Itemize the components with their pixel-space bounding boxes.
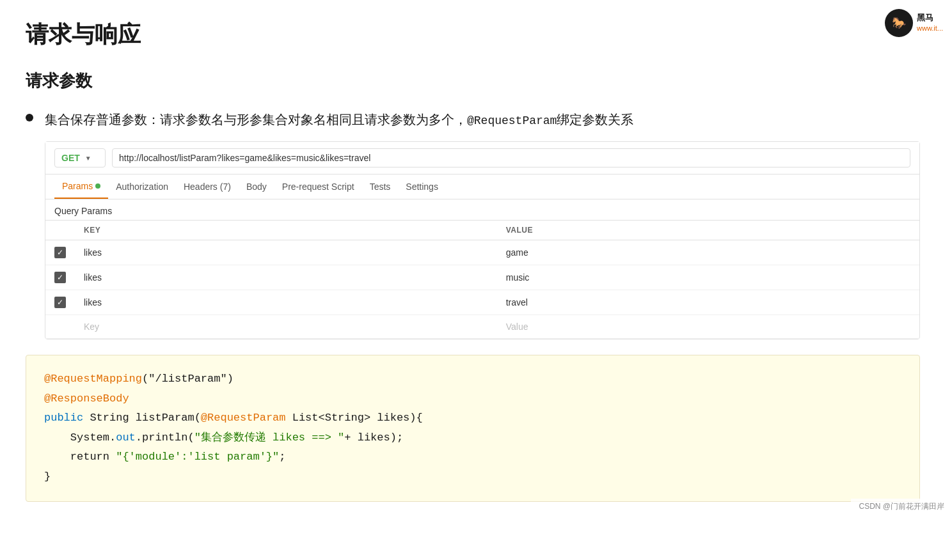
row3-check-cell: ✓: [45, 290, 75, 315]
method-selector[interactable]: GET ▼: [54, 148, 106, 167]
table-row: ✓ likes travel: [45, 290, 919, 315]
col-header-key: KEY: [75, 221, 497, 240]
row2-check-cell: ✓: [45, 265, 75, 290]
page-container: 🐎 黑马 www.it... 请求与响应 请求参数 集合保存普通参数：请求参数名…: [0, 0, 952, 515]
logo-icon: 🐎: [885, 9, 913, 37]
bullet-annotation: @RequestParam: [467, 114, 557, 127]
bullet-text-after: 绑定参数关系: [557, 113, 633, 127]
code-annotation-3: @RequestParam: [201, 412, 286, 424]
row1-key[interactable]: likes: [75, 240, 497, 265]
row2-checkbox[interactable]: ✓: [54, 272, 66, 283]
code-line-1: @RequestMapping("/listParam"): [44, 369, 901, 389]
tab-body[interactable]: Body: [239, 175, 274, 198]
checkmark-icon: ✓: [57, 299, 63, 306]
code-annotation-2: @ResponseBody: [44, 393, 129, 405]
tab-settings[interactable]: Settings: [398, 175, 446, 198]
params-table: KEY VALUE ✓ likes game: [45, 220, 919, 339]
logo-area: 🐎 黑马 www.it...: [885, 9, 943, 37]
tab-pre-request[interactable]: Pre-request Script: [274, 175, 362, 198]
url-bar: GET ▼ http://localhost/listParam?likes=g…: [45, 142, 919, 175]
code-text-4a: System.: [44, 432, 116, 444]
code-keyword-public: public: [44, 412, 83, 424]
code-line-4: System.out.println("集合参数传递 likes ==> "+ …: [44, 428, 901, 448]
checkmark-icon: ✓: [57, 249, 63, 256]
code-keyword-out: out: [116, 432, 136, 444]
postman-panel: GET ▼ http://localhost/listParam?likes=g…: [45, 141, 920, 339]
chevron-down-icon: ▼: [85, 155, 91, 162]
checkmark-icon: ✓: [57, 274, 63, 281]
bullet-dot: [26, 114, 33, 121]
row2-key[interactable]: likes: [75, 265, 497, 290]
row1-check-cell: ✓: [45, 240, 75, 265]
method-label: GET: [61, 153, 80, 163]
bullet-text-before: 集合保存普通参数：请求参数名与形参集合对象名相同且请求参数为多个，: [45, 113, 467, 127]
code-text-4c: + likes);: [344, 432, 403, 444]
svg-text:🐎: 🐎: [892, 16, 907, 30]
code-line-5: return "{'module':'list param'}";: [44, 447, 901, 467]
code-text-3b: List<String> likes){: [285, 412, 422, 424]
url-input[interactable]: http://localhost/listParam?likes=game&li…: [112, 148, 910, 167]
col-header-check: [45, 221, 75, 240]
main-title: 请求与响应: [26, 19, 926, 51]
code-line-6: }: [44, 467, 901, 487]
bullet-text: 集合保存普通参数：请求参数名与形参集合对象名相同且请求参数为多个，@Reques…: [45, 110, 633, 130]
code-annotation-1: @RequestMapping: [44, 373, 142, 385]
row2-value[interactable]: music: [497, 265, 919, 290]
tab-tests[interactable]: Tests: [362, 175, 399, 198]
table-row: ✓ likes game: [45, 240, 919, 265]
row3-value[interactable]: travel: [497, 290, 919, 315]
code-text-5b: ;: [279, 451, 285, 463]
code-text-4b: .println(: [136, 432, 194, 444]
tab-authorization-label: Authorization: [116, 182, 168, 192]
table-row: ✓ likes music: [45, 265, 919, 290]
tab-params[interactable]: Params: [54, 175, 108, 199]
placeholder-key[interactable]: Key: [75, 315, 497, 339]
col-header-value: VALUE: [497, 221, 919, 240]
code-text-6: }: [44, 471, 51, 483]
placeholder-check: [45, 315, 75, 339]
row3-checkbox[interactable]: ✓: [54, 297, 66, 308]
code-line-3: public String listParam(@RequestParam Li…: [44, 408, 901, 428]
code-block: @RequestMapping("/listParam") @ResponseB…: [26, 355, 920, 502]
row1-value[interactable]: game: [497, 240, 919, 265]
section-title: 请求参数: [26, 70, 926, 92]
tab-body-label: Body: [246, 182, 267, 192]
tab-settings-label: Settings: [406, 182, 438, 192]
row1-checkbox[interactable]: ✓: [54, 247, 66, 258]
code-text-5a: return: [44, 451, 116, 463]
logo-url: www.it...: [917, 24, 943, 33]
query-params-label: Query Params: [45, 199, 919, 220]
placeholder-value[interactable]: Value: [497, 315, 919, 339]
tabs-bar: Params Authorization Headers (7) Body Pr…: [45, 175, 919, 199]
bullet-item: 集合保存普通参数：请求参数名与形参集合对象名相同且请求参数为多个，@Reques…: [26, 110, 926, 130]
code-line-2: @ResponseBody: [44, 389, 901, 409]
tab-params-dot: [95, 183, 100, 189]
tab-pre-request-label: Pre-request Script: [282, 182, 354, 192]
code-text-3a: String listParam(: [83, 412, 201, 424]
tab-authorization[interactable]: Authorization: [108, 175, 176, 198]
logo-brand: 黑马: [917, 13, 943, 24]
tab-headers-label: Headers (7): [184, 182, 231, 192]
bottom-bar: CSDN @门前花开满田岸: [851, 499, 952, 515]
tab-params-label: Params: [62, 181, 93, 191]
code-string-4: "集合参数传递 likes ==> ": [194, 432, 345, 444]
code-text-1: ("/listParam"): [142, 373, 234, 385]
tab-headers[interactable]: Headers (7): [176, 175, 239, 198]
row3-key[interactable]: likes: [75, 290, 497, 315]
table-row-placeholder: Key Value: [45, 315, 919, 339]
code-string-5: "{'module':'list param'}": [116, 451, 279, 463]
table-header-row: KEY VALUE: [45, 221, 919, 240]
tab-tests-label: Tests: [370, 182, 391, 192]
